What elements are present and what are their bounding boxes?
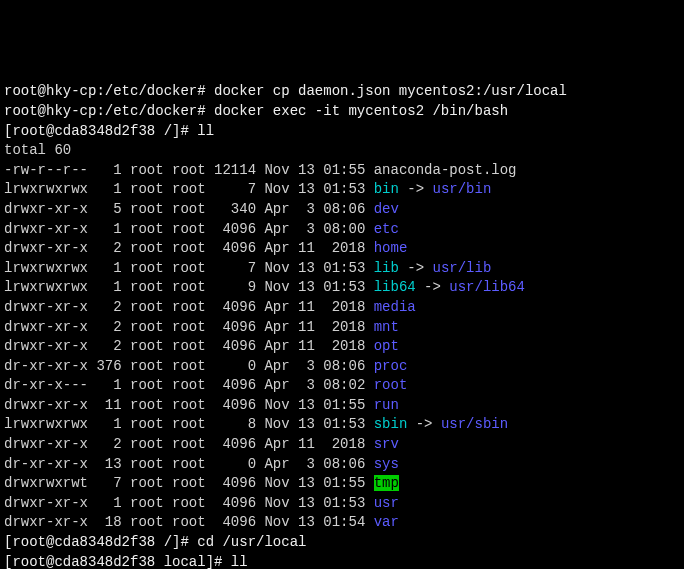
links: 5 xyxy=(88,201,122,217)
terminal-line: lrwxrwxrwx 1 root root 9 Nov 13 01:53 li… xyxy=(4,278,680,298)
owner: root root xyxy=(122,240,206,256)
date: Nov 13 01:53 xyxy=(256,416,365,432)
perm: drwxr-xr-x xyxy=(4,221,88,237)
links: 2 xyxy=(88,338,122,354)
links: 1 xyxy=(88,221,122,237)
size: 4096 xyxy=(206,475,256,491)
perm: drwxr-xr-x xyxy=(4,397,88,413)
links: 1 xyxy=(88,279,122,295)
terminal-line: dr-xr-xr-x 376 root root 0 Apr 3 08:06 p… xyxy=(4,357,680,377)
size: 8 xyxy=(206,416,256,432)
filename: run xyxy=(365,397,399,413)
arrow: -> xyxy=(416,279,450,295)
size: 4096 xyxy=(206,377,256,393)
size: 12114 xyxy=(206,162,256,178)
filename: dev xyxy=(365,201,399,217)
size: 4096 xyxy=(206,436,256,452)
owner: root root xyxy=(122,260,206,276)
size: 9 xyxy=(206,279,256,295)
shell-prompt: root@hky-cp:/etc/docker# docker cp daemo… xyxy=(4,83,567,99)
size: 4096 xyxy=(206,397,256,413)
links: 376 xyxy=(88,358,122,374)
links: 7 xyxy=(88,475,122,491)
size: 0 xyxy=(206,456,256,472)
filename: media xyxy=(365,299,415,315)
size: 4096 xyxy=(206,221,256,237)
links: 2 xyxy=(88,436,122,452)
perm: dr-xr-xr-x xyxy=(4,358,88,374)
date: Apr 3 08:00 xyxy=(256,221,365,237)
filename: lib64 xyxy=(365,279,415,295)
links: 2 xyxy=(88,319,122,335)
owner: root root xyxy=(122,397,206,413)
command: ll xyxy=(231,554,248,569)
size: 7 xyxy=(206,260,256,276)
links: 1 xyxy=(88,495,122,511)
perm: dr-xr-x--- xyxy=(4,377,88,393)
date: Apr 11 2018 xyxy=(256,436,365,452)
terminal-output: root@hky-cp:/etc/docker# docker cp daemo… xyxy=(4,82,680,569)
arrow: -> xyxy=(399,181,433,197)
links: 1 xyxy=(88,377,122,393)
size: 0 xyxy=(206,358,256,374)
date: Apr 11 2018 xyxy=(256,240,365,256)
links: 2 xyxy=(88,299,122,315)
terminal-line: drwxr-xr-x 1 root root 4096 Apr 3 08:00 … xyxy=(4,220,680,240)
date: Apr 3 08:06 xyxy=(256,201,365,217)
size: 4096 xyxy=(206,299,256,315)
links: 1 xyxy=(88,162,122,178)
terminal-line: lrwxrwxrwx 1 root root 7 Nov 13 01:53 bi… xyxy=(4,180,680,200)
links: 18 xyxy=(88,514,122,530)
owner: root root xyxy=(122,475,206,491)
owner: root root xyxy=(122,377,206,393)
perm: drwxr-xr-x xyxy=(4,319,88,335)
perm: drwxr-xr-x xyxy=(4,514,88,530)
filename: opt xyxy=(365,338,399,354)
filename: bin xyxy=(365,181,399,197)
perm: drwxr-xr-x xyxy=(4,299,88,315)
size: 340 xyxy=(206,201,256,217)
filename: anaconda-post.log xyxy=(365,162,516,178)
perm: lrwxrwxrwx xyxy=(4,181,88,197)
terminal-line: [root@cda8348d2f38 /]# ll xyxy=(4,122,680,142)
terminal-line: -rw-r--r-- 1 root root 12114 Nov 13 01:5… xyxy=(4,161,680,181)
link-target: usr/bin xyxy=(433,181,492,197)
links: 11 xyxy=(88,397,122,413)
terminal-line: root@hky-cp:/etc/docker# docker cp daemo… xyxy=(4,82,680,102)
date: Nov 13 01:55 xyxy=(256,162,365,178)
filename: lib xyxy=(365,260,399,276)
terminal-line: drwxr-xr-x 2 root root 4096 Apr 11 2018 … xyxy=(4,298,680,318)
links: 1 xyxy=(88,181,122,197)
arrow: -> xyxy=(399,260,433,276)
date: Nov 13 01:53 xyxy=(256,181,365,197)
terminal-line: drwxr-xr-x 18 root root 4096 Nov 13 01:5… xyxy=(4,513,680,533)
terminal-line: root@hky-cp:/etc/docker# docker exec -it… xyxy=(4,102,680,122)
size: 4096 xyxy=(206,338,256,354)
filename: proc xyxy=(365,358,407,374)
date: Nov 13 01:53 xyxy=(256,495,365,511)
shell-prompt: [root@cda8348d2f38 /]# xyxy=(4,534,197,550)
owner: root root xyxy=(122,456,206,472)
owner: root root xyxy=(122,181,206,197)
owner: root root xyxy=(122,162,206,178)
terminal-line: drwxr-xr-x 2 root root 4096 Apr 11 2018 … xyxy=(4,435,680,455)
owner: root root xyxy=(122,495,206,511)
link-target: usr/lib64 xyxy=(449,279,525,295)
size: 4096 xyxy=(206,240,256,256)
shell-prompt: [root@cda8348d2f38 local]# xyxy=(4,554,231,569)
filename: root xyxy=(365,377,407,393)
date: Nov 13 01:53 xyxy=(256,279,365,295)
filename: tmp xyxy=(374,475,399,491)
arrow: -> xyxy=(407,416,441,432)
date: Nov 13 01:55 xyxy=(256,397,365,413)
shell-prompt: [root@cda8348d2f38 /]# xyxy=(4,123,197,139)
perm: lrwxrwxrwx xyxy=(4,416,88,432)
date: Apr 11 2018 xyxy=(256,338,365,354)
command: cd /usr/local xyxy=(197,534,306,550)
terminal-line: lrwxrwxrwx 1 root root 7 Nov 13 01:53 li… xyxy=(4,259,680,279)
terminal-line: lrwxrwxrwx 1 root root 8 Nov 13 01:53 sb… xyxy=(4,415,680,435)
date: Apr 3 08:02 xyxy=(256,377,365,393)
terminal-line: drwxr-xr-x 2 root root 4096 Apr 11 2018 … xyxy=(4,318,680,338)
filename: var xyxy=(365,514,399,530)
size: 4096 xyxy=(206,514,256,530)
